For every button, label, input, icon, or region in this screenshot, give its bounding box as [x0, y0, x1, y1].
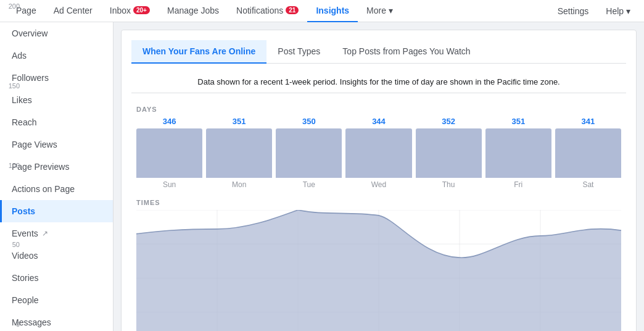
day-name: Thu	[442, 180, 455, 189]
external-link-icon: ↗	[42, 229, 48, 238]
tab-top-posts[interactable]: Top Posts from Pages You Watch	[331, 40, 481, 64]
chart-with-axes: 200150100500	[136, 210, 621, 331]
nav-settings[interactable]: Settings	[551, 0, 595, 22]
day-value: 341	[582, 117, 595, 126]
tab-when-fans-online[interactable]: When Your Fans Are Online	[131, 40, 266, 64]
day-bar	[555, 128, 621, 178]
tab-bar: When Your Fans Are Online Post Types Top…	[131, 40, 626, 64]
nav-manage-jobs[interactable]: Manage Jobs	[159, 0, 228, 22]
times-section: TIMES 200150100500	[131, 194, 626, 331]
inbox-badge: 20+	[133, 6, 150, 14]
day-bar	[276, 128, 342, 178]
top-nav: Page Ad Center Inbox 20+ Manage Jobs Not…	[0, 0, 644, 22]
nav-right: Settings Help ▾	[551, 0, 637, 22]
day-value: 350	[302, 117, 316, 126]
nav-items: Page Ad Center Inbox 20+ Manage Jobs Not…	[7, 0, 551, 22]
content-card: When Your Fans Are Online Post Types Top…	[121, 30, 637, 331]
nav-more[interactable]: More ▾	[358, 0, 402, 22]
day-name: Wed	[371, 180, 386, 189]
nav-inbox[interactable]: Inbox 20+	[101, 0, 159, 22]
day-column: 351 Mon	[206, 117, 272, 189]
nav-help[interactable]: Help ▾	[600, 0, 637, 22]
day-value: 351	[233, 117, 246, 126]
layout: Overview Ads Followers Likes Reach Page …	[0, 22, 644, 331]
nav-ad-center[interactable]: Ad Center	[45, 0, 101, 22]
day-name: Sun	[163, 180, 176, 189]
day-column: 344 Wed	[345, 117, 411, 189]
day-column: 352 Thu	[416, 117, 482, 189]
day-bar	[136, 128, 202, 178]
day-column: 346 Sun	[136, 117, 202, 189]
day-bar	[416, 128, 482, 178]
notifications-badge: 21	[286, 6, 299, 14]
day-column: 350 Tue	[276, 117, 342, 189]
days-bars: 346 Sun 351 Mon 350 Tue 344 Wed 352 Thu …	[136, 117, 621, 189]
nav-insights[interactable]: Insights	[307, 0, 358, 22]
tab-post-types[interactable]: Post Types	[266, 40, 331, 64]
day-name: Mon	[232, 180, 246, 189]
days-label: DAYS	[136, 106, 621, 113]
day-bar	[345, 128, 411, 178]
day-bar	[485, 128, 551, 178]
info-bar: Data shown for a recent 1-week period. I…	[131, 71, 626, 93]
times-chart-svg	[136, 210, 621, 331]
day-value: 344	[372, 117, 386, 126]
times-label: TIMES	[136, 199, 621, 206]
day-value: 351	[511, 117, 525, 126]
day-column: 351 Fri	[485, 117, 551, 189]
day-value: 352	[442, 117, 455, 126]
nav-notifications[interactable]: Notifications 21	[228, 0, 307, 22]
day-bar	[206, 128, 272, 178]
days-section: DAYS 346 Sun 351 Mon 350 Tue 344 Wed 352…	[131, 101, 626, 189]
main-content: When Your Fans Are Online Post Types Top…	[114, 22, 644, 331]
day-name: Tue	[303, 180, 315, 189]
day-name: Fri	[514, 180, 522, 189]
day-column: 341 Sat	[555, 117, 621, 189]
day-name: Sat	[582, 180, 593, 189]
day-value: 346	[163, 117, 176, 126]
chart-inner: 3:00 AM6:00 AM9:00 AM3:00 PM6:00 PM9:00 …	[136, 210, 621, 331]
